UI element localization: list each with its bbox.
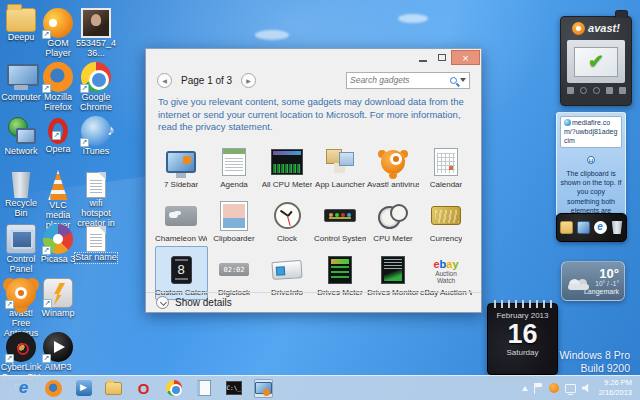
desktop-icon-photo-file[interactable]: 553457_436... [75,8,117,59]
gadget-label: All CPU Meter [262,180,313,189]
desktop-icon-chrome[interactable]: Google Chrome [75,62,117,113]
dock-computer-icon[interactable] [577,221,590,234]
clock-gadget-icon [274,198,301,234]
desktop-icon-label: iTunes [75,147,117,157]
desktop-icon-picasa[interactable]: Picasa 3 [37,224,79,265]
desktop-icon-firefox[interactable]: Mozilla Firefox [37,62,79,113]
desktop-icon-label: Google Chrome [75,93,117,113]
desktop-icon-label: GOM Player [37,39,79,59]
shortcut-arrow-icon [80,84,89,93]
calendar-day: 16 [488,320,557,348]
clipboard-item-url[interactable]: mediafire.com/?uwbdj81adegcim [560,116,622,148]
taskbar-chrome-button[interactable] [164,379,183,398]
recycle-bin-icon [10,172,32,198]
gadget-tile-clipboarder[interactable]: Clipboarder [208,192,261,246]
facebook-icon[interactable] [606,87,613,94]
taskbar-gadgets-button[interactable] [254,379,273,398]
desktop-icon-vlc[interactable]: VLC media player [37,170,79,231]
refresh-icon[interactable] [580,87,587,94]
windows-watermark: Windows 8 Pro Build 9200 [518,349,630,375]
desktop-icon-computer[interactable]: Computer [0,62,42,103]
desktop-icon-itunes[interactable]: iTunes [75,116,117,157]
shortcut-arrow-icon [5,300,14,309]
gadget-tile-app-launcher[interactable]: App Launcher [314,138,367,192]
taskbar-notepad-button[interactable] [194,379,213,398]
shortcut-arrow-icon [42,30,51,39]
gadget-tile-cpu-meter[interactable]: CPU Meter [367,192,420,246]
window-titlebar[interactable]: × [146,49,481,67]
watermark-edition: Windows 8 Pro [518,349,630,362]
taskbar-ie-button[interactable]: e [14,379,33,398]
settings-icon[interactable] [619,87,626,94]
desktop-icon-avast[interactable]: avast! Free Antivirus [0,278,42,339]
gadget-tile-agenda[interactable]: Agenda [208,138,261,192]
taskbar-media-player-button[interactable]: ▶ [74,379,93,398]
search-dropdown-icon[interactable] [460,78,466,85]
driveinfo-gadget-icon [272,252,302,288]
gadget-label: App Launcher [315,180,365,189]
twitter-icon[interactable] [593,87,600,94]
taskbar-explorer-button[interactable] [104,379,123,398]
dock-recycle-bin-icon[interactable] [611,221,624,234]
desktop-icon-star-name[interactable]: Star name [75,224,117,263]
cloud-decoration [255,30,289,40]
clipboarder-gadget[interactable]: mediafire.com/?uwbdj81adegcim H The clip… [556,112,626,216]
gadget-tile-7sidebar[interactable]: 7 Sidebar [155,138,208,192]
show-details-chevron-icon[interactable] [156,296,169,309]
avast-gadget[interactable]: avast! ✔ [560,16,632,106]
custom-calendar-gadget-icon: 8 [171,252,192,288]
tray-time: 9:26 PM [599,378,632,388]
weather-gadget[interactable]: 10° 10° / -1° Langemark [561,261,625,301]
minimize-icon [419,60,427,62]
page-forward-button[interactable]: ▶ [241,73,256,88]
action-center-flag-icon[interactable] [534,383,543,394]
close-button[interactable]: × [451,50,480,65]
file-explorer-icon [105,382,122,395]
gadget-tile-currency[interactable]: Currency [420,192,473,246]
gadget-tile-control-system[interactable]: Control System [314,192,367,246]
desktop-icon-aimp3[interactable]: AIMP3 [37,332,79,373]
search-box[interactable] [346,72,470,89]
search-input[interactable] [350,75,450,85]
privacy-statement-link[interactable]: privacy statement. [196,121,273,132]
desktop-icon-deepu[interactable]: Deepu [0,8,42,43]
agenda-gadget-icon [222,144,246,180]
taskbar-opera-button[interactable]: O [134,379,153,398]
desktop-icon-network[interactable]: Network [0,116,42,157]
network-tray-icon[interactable] [565,384,576,393]
dock-launcher-gadget[interactable]: e [556,213,627,242]
page-back-button[interactable]: ◀ [157,73,172,88]
maximize-button[interactable] [432,50,451,65]
desktop-icon-label: Picasa 3 [37,255,79,265]
taskbar-cmd-button[interactable]: C:\_ [224,379,243,398]
gadget-tile-avast[interactable]: Avast! antivirus ... [367,138,420,192]
show-details-label[interactable]: Show details [175,297,232,308]
avast-gadget-close-icon[interactable] [615,10,628,18]
gadget-tile-chameleon-weather[interactable]: Chameleon We... [155,192,208,246]
search-icon[interactable] [450,77,457,84]
minimize-button[interactable] [413,50,432,65]
powerdvd-icon [6,332,36,362]
gadget-tile-clock[interactable]: Clock [261,192,314,246]
dock-explorer-icon[interactable] [560,221,573,234]
desktop-icon-recycle-bin[interactable]: Recycle Bin [0,170,42,219]
dock-ie-icon[interactable]: e [594,221,607,234]
avast-tray-icon[interactable] [549,383,559,393]
desktop-icon-opera[interactable]: Opera [37,116,79,155]
gadget-tile-all-cpu-meter[interactable]: All CPU Meter [261,138,314,192]
ebay-auction-line2: Watch [433,278,458,285]
desktop-icon-control-panel[interactable]: Control Panel [0,224,42,275]
avast-status-panel: ✔ [567,40,625,83]
maximize-icon [438,54,446,61]
gadget-tile-calendar[interactable]: Calendar [420,138,473,192]
desktop-icon-winamp[interactable]: Winamp [37,278,79,319]
system-tray: 9:26 PM 2/16/2013 [522,378,640,398]
trash-icon[interactable] [567,87,574,94]
desktop-icon-gom-player[interactable]: GOM Player [37,8,79,59]
show-hidden-icons-button[interactable] [522,383,528,391]
firefox-icon [43,62,73,92]
taskbar-firefox-button[interactable] [44,379,63,398]
tray-clock[interactable]: 9:26 PM 2/16/2013 [599,378,635,398]
volume-tray-icon[interactable] [582,383,593,393]
gadget-label: 7 Sidebar [164,180,198,189]
